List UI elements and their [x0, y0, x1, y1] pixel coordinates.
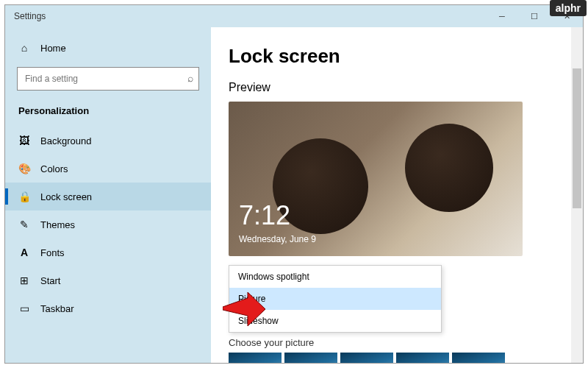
sidebar-item-start[interactable]: ⊞ Start [5, 266, 211, 294]
sidebar-item-label: Start [40, 275, 60, 286]
sidebar-item-lock-screen[interactable]: 🔒 Lock screen [5, 183, 211, 210]
search-icon: ⌕ [187, 72, 193, 84]
scrollbar[interactable] [571, 27, 583, 363]
sidebar-item-background[interactable]: 🖼 Background [5, 127, 211, 155]
sidebar-item-label: Themes [40, 219, 75, 230]
sidebar-item-label: Fonts [40, 247, 65, 258]
themes-icon: ✎ [18, 219, 30, 230]
sidebar-item-label: Lock screen [40, 191, 92, 202]
lock-screen-preview: 7:12 Wednesday, June 9 [229, 102, 523, 256]
preview-heading: Preview [229, 81, 568, 94]
minimize-button[interactable]: ─ [486, 5, 518, 27]
background-type-dropdown[interactable]: Windows spotlight Picture Slideshow [229, 265, 442, 333]
window-title: Settings [14, 11, 46, 21]
picture-thumb[interactable] [452, 353, 505, 363]
lock-icon: 🔒 [18, 191, 30, 202]
home-button[interactable]: ⌂ Home [5, 35, 211, 61]
settings-window: Settings ─ ☐ ✕ ⌂ Home ⌕ Personalization … [4, 4, 584, 364]
dropdown-option-slideshow[interactable]: Slideshow [229, 310, 441, 332]
category-header: Personalization [5, 101, 211, 127]
home-icon: ⌂ [18, 42, 30, 54]
maximize-button[interactable]: ☐ [518, 5, 551, 27]
sidebar-item-taskbar[interactable]: ▭ Taskbar [5, 294, 211, 322]
dropdown-option-spotlight[interactable]: Windows spotlight [229, 266, 441, 288]
titlebar: Settings ─ ☐ ✕ [5, 5, 583, 27]
taskbar-icon: ▭ [18, 302, 30, 314]
sidebar-item-label: Background [40, 135, 91, 146]
preview-date: Wednesday, June 9 [239, 234, 316, 244]
preview-clock: 7:12 [239, 200, 290, 231]
scrollbar-thumb[interactable] [573, 68, 581, 208]
main-panel: Lock screen Preview 7:12 Wednesday, June… [211, 27, 583, 363]
dropdown-option-picture[interactable]: Picture [229, 288, 441, 310]
palette-icon: 🎨 [18, 163, 30, 174]
picture-thumb[interactable] [284, 353, 337, 363]
choose-picture-label: Choose your picture [229, 337, 568, 348]
start-icon: ⊞ [18, 275, 30, 286]
picture-thumb[interactable] [340, 353, 393, 363]
picture-thumb[interactable] [396, 353, 449, 363]
page-title: Lock screen [229, 45, 568, 68]
picture-thumb[interactable] [229, 353, 282, 363]
sidebar-item-label: Taskbar [40, 303, 74, 314]
brand-logo: alphr [550, 0, 587, 16]
sidebar-item-fonts[interactable]: A Fonts [5, 238, 211, 266]
picture-icon: 🖼 [18, 135, 30, 146]
picture-thumbnails [229, 353, 568, 363]
preview-artwork [405, 124, 493, 212]
sidebar-item-colors[interactable]: 🎨 Colors [5, 155, 211, 183]
sidebar-item-themes[interactable]: ✎ Themes [5, 210, 211, 238]
sidebar-item-label: Colors [40, 163, 68, 174]
sidebar: ⌂ Home ⌕ Personalization 🖼 Background 🎨 … [5, 27, 211, 363]
fonts-icon: A [18, 247, 30, 258]
home-label: Home [40, 43, 66, 54]
search-input[interactable] [17, 67, 199, 91]
